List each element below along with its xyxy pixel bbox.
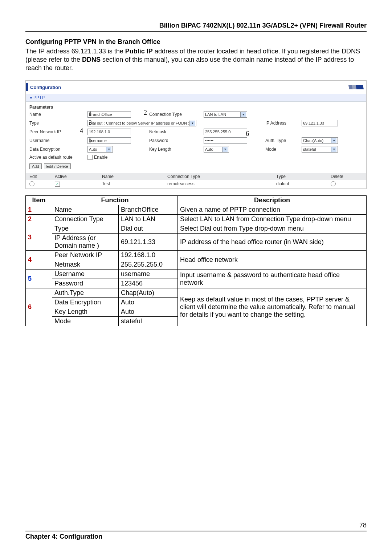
data-encryption-value: Auto: [89, 147, 97, 151]
pptp-tab[interactable]: PPTP: [26, 94, 366, 102]
netmask-label: Netmask: [149, 129, 204, 134]
panel-title-group: Configuration: [26, 83, 61, 91]
panel-header: Configuration: [26, 81, 366, 94]
table-row: 5 Username username Input username & pas…: [26, 270, 367, 279]
fn-val: Chap(Auto): [119, 288, 178, 298]
desc-3a: Select Dial out from Type drop-down menu: [178, 224, 367, 234]
fn-val: Auto: [119, 307, 178, 317]
desc-2: Select LAN to LAN from Connection Type d…: [178, 215, 367, 224]
desc-5: Input username & password to authenticat…: [178, 270, 367, 288]
chevron-down-icon: ▾: [331, 147, 336, 152]
key-length-label: Key Length: [149, 147, 204, 152]
data-encryption-label: Data Encryption: [29, 147, 87, 152]
document-header: Billion BiPAC 7402NX(L) 802.11n 3G/ADSL2…: [25, 22, 367, 31]
fn-val: stateful: [119, 317, 178, 326]
chapter-label: Chapter 4: Configuration: [25, 533, 367, 540]
enable-label: Enable: [94, 155, 107, 160]
username-label: Username: [29, 138, 87, 143]
panel-title: Configuration: [30, 85, 61, 90]
enable-checkbox[interactable]: [87, 155, 93, 160]
item-2: 2: [26, 215, 52, 224]
data-encryption-select[interactable]: Auto ▾: [87, 146, 113, 153]
edit-delete-button[interactable]: Edit / Delete: [44, 163, 71, 169]
fn-name: Connection Type: [52, 215, 119, 224]
fn-name: Peer Network IP: [52, 251, 119, 260]
configuration-panel: Configuration PPTP Parameters 1 2 3 4 5 …: [25, 80, 367, 189]
page-number: 78: [25, 522, 367, 529]
row-conn: remoteaccess: [167, 181, 276, 187]
col-edit: Edit: [29, 174, 55, 179]
item-6: 6: [26, 288, 52, 326]
section-title: Configuring PPTP VPN in the Branch Offic…: [25, 38, 367, 46]
fn-name: Username: [52, 270, 119, 279]
divider: [25, 531, 367, 531]
fn-val: 123456: [119, 279, 178, 288]
connection-type-select[interactable]: LAN to LAN ▾: [204, 111, 247, 118]
netmask-input[interactable]: 255.255.255.0: [204, 129, 247, 135]
username-input[interactable]: username: [87, 137, 131, 144]
page-footer: 78 Chapter 4: Configuration: [25, 522, 367, 540]
fn-val: Auto: [119, 298, 178, 307]
body-bold-1: Public IP: [125, 48, 153, 55]
chevron-down-icon: ▾: [222, 147, 228, 152]
listing-header: Edit Active Name Connection Type Type De…: [26, 173, 366, 180]
fn-val: username: [119, 270, 178, 279]
key-length-value: Auto: [205, 147, 213, 151]
type-select[interactable]: Dial out ( Connect to below Server IP ad…: [87, 120, 196, 126]
listing-row: ✓ Test remoteaccess dialout: [26, 180, 366, 189]
chevron-down-icon: ▾: [106, 147, 111, 152]
mode-select[interactable]: stateful ▾: [302, 146, 338, 153]
peer-ip-input[interactable]: 192.168.1.0: [87, 129, 131, 135]
fn-name: Data Encryption: [52, 298, 119, 307]
item-5: 5: [26, 270, 52, 288]
type-value: Dial out ( Connect to below Server IP ad…: [89, 121, 189, 125]
password-input[interactable]: ••••••: [204, 137, 247, 144]
chevron-down-icon: ▾: [331, 138, 336, 143]
chevron-down-icon: [29, 95, 33, 100]
delete-radio[interactable]: [331, 181, 336, 186]
desc-1: Given a name of PPTP connection: [178, 205, 367, 215]
connection-type-label: Connection Type: [149, 112, 204, 117]
auth-type-select[interactable]: Chap(Auto) ▾: [302, 137, 338, 144]
parameters-section: Parameters 1 2 3 4 5 6 Name BranchOffice…: [26, 102, 366, 173]
name-input[interactable]: BranchOffice: [87, 111, 131, 118]
table-row: 4 Peer Network IP 192.168.1.0 Head offic…: [26, 251, 367, 260]
body-bold-2: DDNS: [82, 56, 101, 63]
active-checkbox[interactable]: ✓: [55, 182, 60, 187]
auth-type-value: Chap(Auto): [303, 138, 323, 143]
desc-6: Keep as default value in most of the cas…: [178, 288, 367, 326]
fn-val: LAN to LAN: [119, 215, 178, 224]
fn-name: Netmask: [52, 260, 119, 270]
desc-3b: IP address of the head office router (in…: [178, 234, 367, 251]
name-label: Name: [29, 112, 87, 117]
fn-val: Dial out: [119, 224, 178, 234]
key-length-select[interactable]: Auto ▾: [204, 146, 229, 153]
col-item: Item: [26, 196, 52, 205]
ip-address-input[interactable]: 69.121.1.33: [302, 120, 338, 126]
ip-address-label: IP Address: [265, 121, 302, 126]
fn-name: Name: [52, 205, 119, 215]
description-table: Item Function Description 1 Name BranchO…: [25, 195, 367, 326]
fn-name: Auth.Type: [52, 288, 119, 298]
default-route-label: Active as default route: [29, 155, 87, 160]
mode-value: stateful: [303, 147, 316, 151]
item-1: 1: [26, 205, 52, 215]
table-row: 1 Name BranchOffice Given a name of PPTP…: [26, 205, 367, 215]
fn-name: Password: [52, 279, 119, 288]
chevron-down-icon: ▾: [240, 112, 246, 117]
col-active: Active: [55, 174, 102, 179]
edit-radio[interactable]: [29, 181, 34, 186]
add-button[interactable]: Add: [29, 163, 42, 169]
brand-logo: [349, 85, 363, 89]
table-row: 3 Type Dial out Select Dial out from Typ…: [26, 224, 367, 234]
password-label: Password: [149, 138, 204, 143]
body-text-1: The IP address 69.121.1.33 is the: [25, 48, 125, 55]
button-row: Add Edit / Delete: [29, 163, 363, 169]
col-delete: Delete: [331, 174, 360, 179]
item-4: 4: [26, 251, 52, 270]
fn-name: Type: [52, 224, 119, 234]
fn-name: Key Length: [52, 307, 119, 317]
desc-4: Head office network: [178, 251, 367, 270]
row-name: Test: [102, 181, 167, 187]
pptp-tab-label: PPTP: [33, 95, 45, 100]
